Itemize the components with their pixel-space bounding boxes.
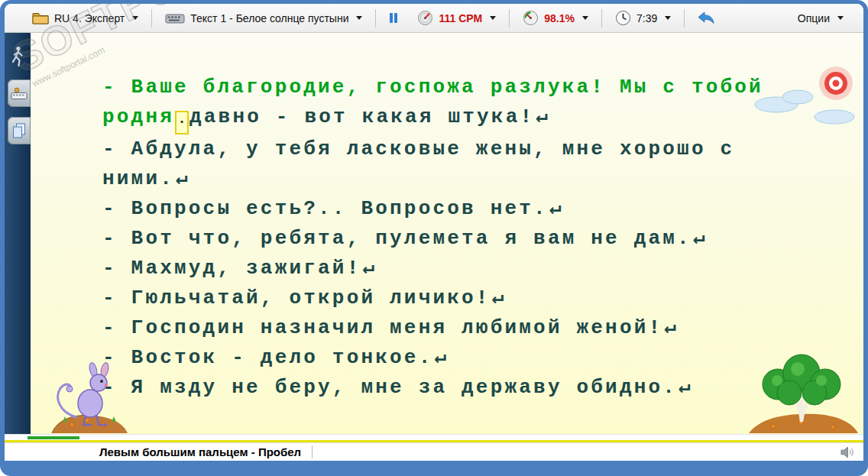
return-symbol: ↵ [362,257,377,280]
speedometer-icon [417,10,433,26]
toolbar-separator [375,9,376,28]
folder-icon [32,11,49,24]
untyped-text: давно - вот какая штука! [189,105,534,128]
dropdown-caret-icon [490,16,496,20]
return-symbol: ↵ [679,376,693,399]
text-line: ними.↵ [102,164,763,194]
text-line: - Я мзду не беру, мне за державу обидно.… [102,373,763,403]
toolbar-separator [684,9,685,28]
text-line: - Господин назначил меня любимой женой!↵ [102,313,763,343]
speed-indicator[interactable]: 111 CPM [417,10,496,26]
walking-person-icon [10,46,25,66]
time-value: 7:39 [636,12,657,24]
copy-pages-icon [12,123,26,138]
sun-clouds-decoration [749,62,863,126]
restart-button[interactable] [698,11,714,24]
untyped-text: - Господин назначил меня любимой женой! [102,316,662,339]
accuracy-value: 98.1% [544,12,575,24]
toolbar-separator [509,9,510,28]
sidebar-button-texts[interactable] [8,117,31,144]
return-symbol: ↵ [176,167,190,190]
progress-completed [28,436,79,439]
return-symbol: ↵ [492,287,507,309]
text-line: - Восток - дело тонкое.↵ [102,343,763,373]
accuracy-gauge-icon [523,10,539,26]
toolbar-separator [601,9,602,28]
text-line: - Вопросы есть?.. Вопросов нет.↵ [102,194,763,224]
untyped-text: - Махмуд, зажигай! [102,257,361,280]
dropdown-caret-icon [582,16,588,20]
pause-button[interactable] [389,12,398,24]
return-symbol: ↵ [536,105,550,128]
time-indicator[interactable]: 7:39 [615,10,671,26]
text-label: Текст 1 - Белое солнце пустыни [190,12,348,24]
clock-icon [615,10,631,26]
progress-track [5,440,863,442]
typing-lines: - Ваше благородие, госпожа разлука! Мы с… [102,73,763,403]
lesson-label: RU 4. Эксперт [54,12,125,24]
dropdown-caret-icon [356,16,362,20]
untyped-text: - Вопросы есть?.. Вопросов нет. [102,197,548,220]
dropdown-caret-icon [665,16,671,20]
text-line: - Махмуд, зажигай!↵ [102,254,763,283]
app-body: - Ваше благородие, госпожа разлука! Мы с… [5,33,863,434]
return-symbol: ↵ [434,346,449,369]
text-line: - Гюльчатай, открой личико!↵ [102,283,763,313]
untyped-text: - Вот что, ребята, пулемета я вам не дам… [102,227,691,250]
options-menu[interactable]: Опции [798,12,844,24]
lesson-selector[interactable]: RU 4. Эксперт [32,11,138,24]
sidebar-button-keyboard[interactable] [8,79,31,107]
toolbar-separator [151,9,152,28]
untyped-text: - Восток - дело тонкое. [102,346,432,369]
untyped-text: - Абдула, у тебя ласковые жены, мне хоро… [102,138,734,160]
return-symbol: ↵ [549,197,564,220]
app-window: RU 4. Эксперт Текст 1 - Белое солнце пус… [0,0,868,476]
options-label: Опции [798,12,830,24]
undo-arrow-icon [698,11,714,24]
return-symbol: ↵ [693,227,708,250]
text-line: родня·давно - вот какая штука!↵ [102,102,763,134]
pause-icon [389,12,398,24]
typed-text: - Ваше благородие, госпожа разлука! Мы с… [102,76,763,99]
text-line: - Ваше благородие, госпожа разлука! Мы с… [102,73,763,102]
typing-cursor: · [175,111,189,134]
speaker-icon[interactable] [840,446,854,458]
return-symbol: ↵ [664,316,679,339]
dropdown-caret-icon [837,16,844,20]
dropdown-caret-icon [132,16,138,20]
progress-bar [5,434,863,442]
finger-hint: Левым большим пальцем - Пробел [99,445,301,458]
text-line: - Абдула, у тебя ласковые жены, мне хоро… [102,134,763,164]
accuracy-indicator[interactable]: 98.1% [523,10,588,26]
toolbar: RU 4. Эксперт Текст 1 - Белое солнце пус… [5,4,863,33]
typed-text: родня [102,105,174,128]
sidebar-button-statistics[interactable] [6,42,29,70]
untyped-text: - Я мзду не беру, мне за державу обидно. [102,376,677,399]
sidebar [5,33,31,434]
untyped-text: ними. [102,167,174,190]
hands-keyboard-icon [11,87,28,100]
status-bar: Левым большим пальцем - Пробел [5,442,863,461]
typing-area[interactable]: - Ваше благородие, госпожа разлука! Мы с… [31,33,863,434]
statusbar-separator [312,445,313,458]
text-selector[interactable]: Текст 1 - Белое солнце пустыни [165,11,362,24]
text-line: - Вот что, ребята, пулемета я вам не дам… [102,224,763,254]
keyboard-icon [165,11,185,24]
speed-value: 111 CPM [439,12,482,24]
untyped-text: - Гюльчатай, открой личико! [102,287,491,309]
